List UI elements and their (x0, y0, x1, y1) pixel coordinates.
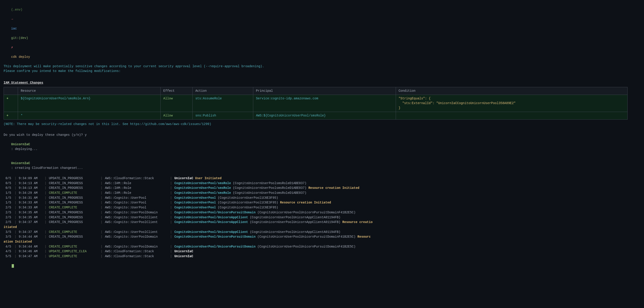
deploy-question: Do you wish to deploy these changes (y/n… (4, 133, 640, 137)
warning-line1: This deployment will make potentially se… (4, 64, 640, 69)
log-container: 0/5 | 9:34:09 AM | UPDATE_IN_PROGRESS | … (4, 176, 640, 259)
table-row: + ${CognitoUnicornUserPool/smsRole.Arn} … (4, 95, 628, 112)
row2-action: sns:Publish (192, 112, 253, 120)
log-row: 3/5 | 9:34:44 AM | CREATE_IN_PROGRESS | … (4, 234, 640, 239)
log-row-overflow: ation Initiated (4, 239, 640, 244)
col-header-action: Action (192, 87, 253, 95)
iam-table: Resource Effect Action Principal Conditi… (4, 87, 628, 120)
log-row: 4/5 | 9:34:46 AM | UPDATE_COMPLETE_CLEA … (4, 249, 640, 254)
col-header-condition: Condition (396, 87, 628, 95)
row1-condition: "StringEquals": { "sts:ExternalId": "Uni… (396, 95, 628, 112)
row2-condition (396, 112, 628, 120)
log-row: 5/5 | 9:34:47 AM | UPDATE_COMPLETE | AWS… (4, 254, 640, 259)
unicorn-iac-label2: UnicornIaC (11, 161, 30, 165)
log-row: 2/5 | 9:34:35 AM | CREATE_IN_PROGRESS | … (4, 215, 640, 220)
terminal-window: (.env) → iac git:(dev) ✗ cdk deploy This… (4, 3, 640, 273)
prompt-line: (.env) → iac git:(dev) ✗ cdk deploy (4, 3, 640, 64)
warning-line2: Please confirm you intend to make the fo… (4, 69, 640, 74)
log-row: 0/5 | 9:34:09 AM | UPDATE_IN_PROGRESS | … (4, 176, 640, 181)
log-row: 2/5 | 9:34:33 AM | CREATE_COMPLETE | AWS… (4, 205, 640, 210)
note-line: (NOTE: There may be security-related cha… (4, 122, 640, 127)
log-row: 3/5 | 9:34:37 AM | CREATE_COMPLETE | AWS… (4, 230, 640, 235)
log-row: 0/5 | 9:34:13 AM | CREATE_IN_PROGRESS | … (4, 186, 640, 191)
row1-action: sts:AssumeRole (192, 95, 253, 112)
log-row-overflow: itiated (4, 225, 640, 230)
log-row: 4/5 | 9:34:44 AM | CREATE_COMPLETE | AWS… (4, 244, 640, 249)
log-row: 2/5 | 9:34:37 AM | CREATE_IN_PROGRESS | … (4, 220, 640, 225)
log-row: 0/5 | 9:34:13 AM | CREATE_IN_PROGRESS | … (4, 181, 640, 186)
row2-plus: + (4, 112, 18, 120)
prompt-dir: iac (11, 27, 17, 30)
log-row: 1/5 | 9:34:33 AM | CREATE_IN_PROGRESS | … (4, 200, 640, 205)
row1-principal: Service:cognito-idp.amazonaws.com (253, 95, 396, 112)
col-header-principal: Principal (253, 87, 396, 95)
unicorn-iac-label: UnicornIaC (11, 143, 30, 146)
col-header-effect: Effect (160, 87, 192, 95)
row1-effect: Allow (160, 95, 192, 112)
row2-principal: AWS:${CognitoUnicornUserPool/smsRole} (253, 112, 396, 120)
prompt-x: ✗ (11, 46, 13, 49)
row2-resource: * (18, 112, 161, 120)
iam-header: IAM Statement Changes (4, 81, 640, 85)
prompt-git: git:(dev) (11, 36, 28, 40)
env-label: (.env) (11, 8, 22, 12)
col-header-resource: Resource (18, 87, 161, 95)
row2-effect: Allow (160, 112, 192, 120)
creating-changeset-text: : creating CloudFormation changeset... (11, 166, 83, 170)
log-row: 2/5 | 9:34:35 AM | CREATE_IN_PROGRESS | … (4, 210, 640, 215)
row1-plus: + (4, 95, 18, 112)
table-row: + * Allow sns:Publish AWS:${CognitoUnico… (4, 112, 628, 120)
deploying-line: UnicornIaC : deploying... (4, 137, 640, 156)
cursor (12, 264, 14, 268)
col-header-plus (4, 87, 18, 95)
log-row: 1/5 | 9:34:31 AM | CREATE_IN_PROGRESS | … (4, 196, 640, 200)
creating-changeset-line: UnicornIaC : creating CloudFormation cha… (4, 156, 640, 175)
log-row: 1/5 | 9:34:29 AM | CREATE_COMPLETE | AWS… (4, 191, 640, 196)
deploying-text: : deploying... (11, 147, 38, 151)
prompt-command: cdk deploy (11, 55, 30, 59)
cursor-line (4, 259, 640, 273)
row1-resource: ${CognitoUnicornUserPool/smsRole.Arn} (18, 95, 161, 112)
prompt-arrow: → (11, 17, 13, 21)
